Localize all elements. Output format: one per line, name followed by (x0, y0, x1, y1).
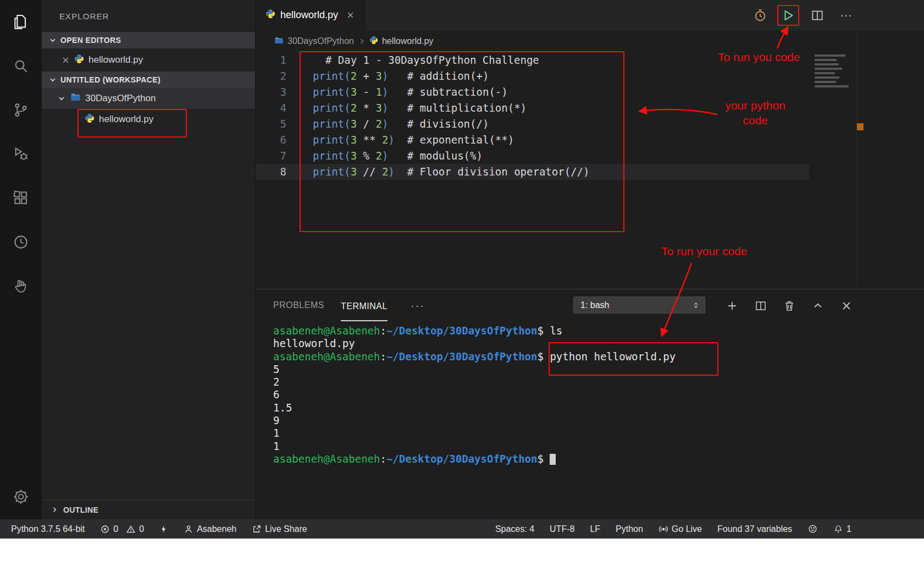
person-icon (184, 524, 193, 534)
workspace-label: UNTITLED (WORKSPACE) (60, 75, 161, 84)
line-number: 4 (256, 100, 297, 116)
problems-status-item[interactable]: 0 0 (100, 524, 144, 534)
run-python-file-button[interactable] (779, 6, 799, 25)
open-editor-item[interactable]: helloworld.py (42, 48, 255, 72)
open-editor-filename: helloworld.py (88, 54, 143, 65)
panel-more-icon[interactable]: ··· (411, 289, 425, 321)
gear-icon[interactable] (7, 482, 35, 511)
line-number: 6 (256, 132, 297, 148)
account-status-item[interactable]: Asabeneh (184, 524, 236, 534)
open-editors-label: OPEN EDITORS (60, 36, 121, 45)
breadcrumb-file[interactable]: helloworld.py (382, 36, 433, 46)
outline-section[interactable]: OUTLINE (42, 499, 255, 519)
python-file-icon (369, 36, 378, 47)
outline-label: OUTLINE (63, 506, 98, 514)
tab-helloworld[interactable]: helloworld.py (256, 0, 365, 30)
split-terminal-icon[interactable] (752, 297, 770, 315)
go-live-item[interactable]: Go Live (659, 524, 702, 534)
python-file-icon (265, 9, 275, 21)
terminal-output-line: 2 (273, 376, 924, 388)
go-live-label: Go Live (672, 524, 702, 534)
indentation-item[interactable]: Spaces: 4 (495, 524, 534, 534)
line-number: 1 (256, 52, 297, 68)
share-icon (252, 524, 262, 534)
warning-icon (126, 524, 136, 534)
tree-item-file[interactable]: helloworld.py (42, 109, 255, 130)
search-icon[interactable] (7, 52, 35, 80)
close-panel-icon[interactable] (838, 297, 855, 315)
clock-icon[interactable] (7, 228, 35, 256)
broadcast-icon (659, 524, 668, 534)
stopwatch-icon[interactable] (750, 6, 770, 25)
line-number: 5 (256, 116, 297, 132)
terminal-prompt-line: asabeneh@Asabeneh:~/Desktop/30DaysOfPyth… (273, 350, 924, 363)
bottom-margin (0, 539, 924, 582)
encoding-item[interactable]: UTF-8 (550, 524, 574, 534)
error-icon (100, 524, 110, 534)
maximize-panel-icon[interactable] (809, 297, 827, 315)
source-control-icon[interactable] (7, 96, 35, 124)
terminal-cursor (550, 454, 556, 465)
terminal-prompt-line: asabeneh@Asabeneh:~/Desktop/30DaysOfPyth… (273, 453, 924, 465)
terminal-output-line: 1 (273, 440, 924, 453)
folder-icon (70, 92, 81, 105)
run-debug-icon[interactable] (7, 140, 35, 168)
split-editor-icon[interactable] (807, 6, 827, 25)
chevron-down-icon (57, 94, 66, 103)
live-share-item[interactable]: Live Share (252, 524, 307, 534)
terminal-view[interactable]: asabeneh@Asabeneh:~/Desktop/30DaysOfPyth… (256, 322, 924, 519)
panel-actions (723, 297, 855, 315)
line-number: 3 (256, 84, 297, 100)
bolt-status-item[interactable] (159, 524, 168, 534)
chevron-down-icon (48, 75, 57, 84)
sidebar-title: EXPLORER (42, 0, 255, 32)
language-mode-item[interactable]: Python (616, 524, 643, 534)
terminal-output-line: 9 (273, 414, 924, 427)
terminal-output: asabeneh@Asabeneh:~/Desktop/30DaysOfPyth… (273, 325, 924, 465)
minimap[interactable] (809, 52, 856, 162)
feedback-item[interactable] (807, 524, 818, 534)
notification-count: 1 (846, 524, 851, 534)
more-actions-icon[interactable]: ··· (836, 6, 856, 25)
terminal-output-line: 6 (273, 388, 924, 401)
hand-icon[interactable] (7, 272, 35, 300)
folder-icon (274, 36, 284, 47)
open-editors-header[interactable]: OPEN EDITORS (42, 32, 255, 48)
scrollbar-marker (857, 123, 864, 130)
extensions-icon[interactable] (7, 184, 35, 212)
terminal-output-line: 1.5 (273, 402, 924, 414)
tree-item-folder[interactable]: 30DaysOfPython (42, 88, 255, 109)
breadcrumb-folder[interactable]: 30DaysOfPython (287, 36, 354, 46)
bell-icon (833, 524, 843, 534)
tab-bar: helloworld.py ··· (256, 0, 924, 30)
chevron-right-icon (358, 37, 366, 45)
panel-header: PROBLEMS TERMINAL ··· 1: bash (256, 289, 924, 322)
select-arrows-icon (691, 301, 700, 310)
shell-selector[interactable]: 1: bash (573, 297, 705, 314)
tab-title: helloworld.py (280, 9, 338, 21)
tab-problems[interactable]: PROBLEMS (273, 289, 324, 321)
python-interpreter-item[interactable]: Python 3.7.5 64-bit (11, 524, 85, 534)
close-icon[interactable] (346, 11, 355, 19)
line-number: 7 (256, 148, 297, 164)
tab-terminal[interactable]: TERMINAL (341, 293, 388, 321)
breadcrumb: 30DaysOfPython helloworld.py (256, 30, 924, 52)
editor-scrollbar[interactable] (856, 30, 864, 289)
code-line[interactable]: 8print(3 // 2) # Floor division operator… (256, 164, 809, 180)
chevron-down-icon (48, 36, 57, 45)
smiley-icon (807, 524, 818, 534)
variables-item[interactable]: Found 37 variables (717, 524, 792, 534)
eol-item[interactable]: LF (590, 524, 600, 534)
files-icon[interactable] (7, 8, 35, 36)
activity-bar (0, 0, 42, 519)
new-terminal-icon[interactable] (723, 297, 741, 315)
kill-terminal-trash-icon[interactable] (781, 297, 798, 315)
chevron-right-icon (51, 506, 59, 514)
notifications-item[interactable]: 1 (833, 524, 851, 534)
line-number: 2 (256, 68, 297, 84)
workspace-header[interactable]: UNTITLED (WORKSPACE) (42, 72, 255, 88)
python-file-icon (85, 113, 95, 126)
error-count: 0 (113, 524, 118, 534)
tree-file-name: helloworld.py (99, 114, 153, 125)
close-icon[interactable] (62, 56, 70, 64)
